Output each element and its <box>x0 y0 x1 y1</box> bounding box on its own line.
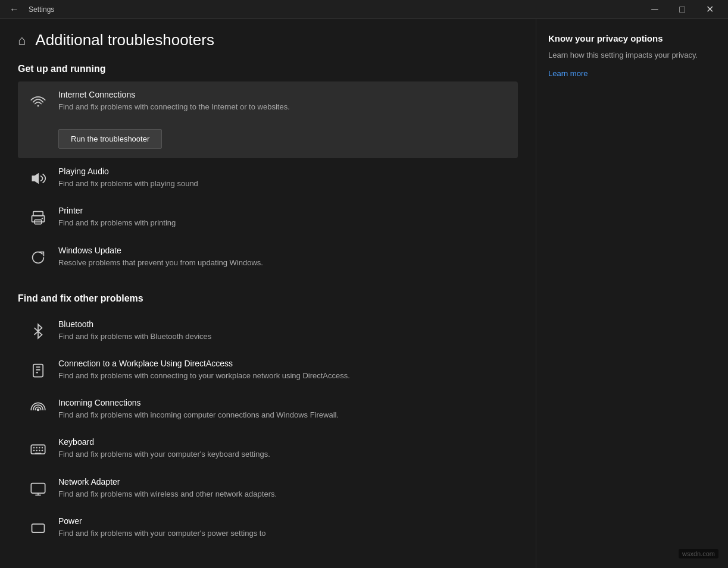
window-controls: ─ □ ✕ <box>641 0 723 19</box>
item-bluetooth-text: Bluetooth Find and fix problems with Blu… <box>58 319 508 342</box>
svg-rect-24 <box>32 524 45 532</box>
item-network-adapter-text: Network Adapter Find and fix problems wi… <box>58 477 508 500</box>
sidebar-title: Know your privacy options <box>548 33 714 43</box>
svg-point-5 <box>42 218 43 219</box>
item-keyboard-desc: Find and fix problems with your computer… <box>58 449 508 460</box>
item-playing-audio-text: Playing Audio Find and fix problems with… <box>58 167 508 189</box>
item-windows-update-name: Windows Update <box>58 246 508 255</box>
incoming-connections-icon <box>27 399 49 420</box>
item-internet-connections-text: Internet Connections Find and fix proble… <box>58 90 508 112</box>
item-playing-audio-name: Playing Audio <box>58 167 508 176</box>
network-adapter-icon <box>27 478 49 500</box>
section-get-up-running-title: Get up and running <box>18 64 518 74</box>
svg-point-0 <box>38 105 39 107</box>
item-bluetooth-name: Bluetooth <box>58 319 508 329</box>
item-power[interactable]: Power Find and fix problems with your co… <box>18 508 518 547</box>
page-title: Additional troubleshooters <box>35 31 214 49</box>
item-windows-update[interactable]: Windows Update Resolve problems that pre… <box>18 237 518 277</box>
item-incoming-connections-desc: Find and fix problems with incoming comp… <box>58 410 508 420</box>
item-power-name: Power <box>58 516 508 526</box>
item-incoming-connections[interactable]: Incoming Connections Find and fix proble… <box>18 390 518 429</box>
svg-rect-6 <box>33 364 43 376</box>
keyboard-icon <box>27 438 49 460</box>
maximize-button[interactable]: □ <box>668 0 696 19</box>
item-internet-connections-name: Internet Connections <box>58 90 508 99</box>
bluetooth-icon <box>27 321 49 342</box>
item-playing-audio-desc: Find and fix problems with playing sound <box>58 178 508 189</box>
section-get-up-running: Get up and running Internet Connections <box>18 64 518 277</box>
sidebar: Know your privacy options Learn how this… <box>536 19 726 568</box>
item-workplace-directaccess-text: Connection to a Workplace Using DirectAc… <box>58 359 508 381</box>
item-printer-desc: Find and fix problems with printing <box>58 218 508 228</box>
close-button[interactable]: ✕ <box>696 0 723 19</box>
page-header: ⌂ Additional troubleshooters <box>18 31 518 49</box>
sidebar-description: Learn how this setting impacts your priv… <box>548 49 714 61</box>
app-title: Settings <box>29 5 54 14</box>
workplace-icon <box>27 360 49 381</box>
item-printer[interactable]: Printer Find and fix problems with print… <box>18 197 518 237</box>
item-windows-update-desc: Resolve problems that prevent you from u… <box>58 258 508 268</box>
svg-rect-21 <box>31 483 45 492</box>
item-network-adapter-name: Network Adapter <box>58 477 508 487</box>
svg-rect-2 <box>33 212 43 216</box>
item-workplace-directaccess[interactable]: Connection to a Workplace Using DirectAc… <box>18 350 518 390</box>
item-power-text: Power Find and fix problems with your co… <box>58 516 508 539</box>
item-bluetooth-desc: Find and fix problems with Bluetooth dev… <box>58 331 508 342</box>
item-incoming-connections-name: Incoming Connections <box>58 398 508 407</box>
audio-icon <box>27 168 49 189</box>
main-content: ⌂ Additional troubleshooters Get up and … <box>0 19 536 568</box>
wifi-icon <box>27 91 49 112</box>
run-troubleshooter-internet-button[interactable]: Run the troubleshooter <box>58 129 162 149</box>
printer-icon <box>27 207 49 228</box>
section-find-fix-other: Find and fix other problems Bluetooth Fi… <box>18 293 518 547</box>
section-find-fix-other-title: Find and fix other problems <box>18 293 518 304</box>
item-keyboard[interactable]: Keyboard Find and fix problems with your… <box>18 429 518 468</box>
minimize-button[interactable]: ─ <box>641 0 668 19</box>
item-internet-connections-desc: Find and fix problems with connecting to… <box>58 102 508 112</box>
item-incoming-connections-text: Incoming Connections Find and fix proble… <box>58 398 508 420</box>
home-icon: ⌂ <box>18 33 26 48</box>
app-layout: ⌂ Additional troubleshooters Get up and … <box>0 19 728 568</box>
item-network-adapter[interactable]: Network Adapter Find and fix problems wi… <box>18 469 518 508</box>
svg-rect-11 <box>31 445 45 454</box>
item-power-desc: Find and fix problems with your computer… <box>58 528 508 539</box>
item-keyboard-text: Keyboard Find and fix problems with your… <box>58 437 508 460</box>
item-internet-connections[interactable]: Internet Connections Find and fix proble… <box>18 81 518 158</box>
title-bar: ← Settings ─ □ ✕ <box>0 0 728 19</box>
item-windows-update-text: Windows Update Resolve problems that pre… <box>58 246 508 268</box>
item-workplace-directaccess-name: Connection to a Workplace Using DirectAc… <box>58 359 508 368</box>
svg-marker-1 <box>32 173 39 184</box>
item-printer-name: Printer <box>58 206 508 215</box>
svg-point-10 <box>37 409 40 412</box>
update-icon <box>27 247 49 268</box>
item-playing-audio[interactable]: Playing Audio Find and fix problems with… <box>18 158 518 197</box>
item-network-adapter-desc: Find and fix problems with wireless and … <box>58 489 508 500</box>
item-bluetooth[interactable]: Bluetooth Find and fix problems with Blu… <box>18 311 518 350</box>
item-keyboard-name: Keyboard <box>58 437 508 447</box>
learn-more-link[interactable]: Learn more <box>548 69 588 78</box>
watermark: wsxdn.com <box>679 549 718 558</box>
back-button[interactable]: ← <box>5 2 24 17</box>
power-icon <box>27 517 49 539</box>
title-bar-left: ← Settings <box>5 2 54 17</box>
item-workplace-directaccess-desc: Find and fix problems with connecting to… <box>58 371 508 381</box>
item-internet-connections-top: Internet Connections Find and fix proble… <box>27 90 508 112</box>
item-printer-text: Printer Find and fix problems with print… <box>58 206 508 228</box>
